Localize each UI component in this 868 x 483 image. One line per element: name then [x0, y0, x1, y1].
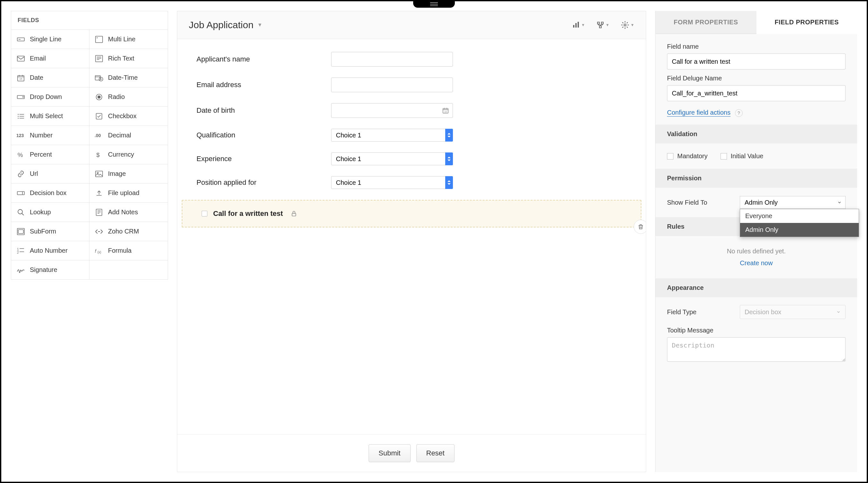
svg-text:$: $ — [96, 151, 100, 158]
create-rule-link[interactable]: Create now — [667, 259, 845, 267]
tab-field-properties[interactable]: FIELD PROPERTIES — [756, 11, 858, 34]
section-appearance: Appearance — [655, 278, 857, 297]
configure-field-actions-link[interactable]: Configure field actions — [667, 109, 731, 117]
image-icon — [95, 170, 103, 178]
field-type-label: Date — [30, 74, 43, 82]
field-type-multi-line[interactable]: Multi Line — [89, 30, 168, 49]
fields-panel: FIELDS Single LineMulti LineEmailRich Te… — [11, 11, 168, 280]
help-icon[interactable]: ? — [735, 109, 743, 117]
applicant-name-input[interactable] — [331, 52, 453, 67]
field-type-lookup[interactable]: Lookup — [11, 203, 89, 222]
delete-field-button[interactable] — [634, 220, 646, 234]
field-type-label: Currency — [108, 151, 134, 158]
field-type-crm[interactable]: Zoho CRM — [89, 222, 168, 241]
field-type-file-upload[interactable]: File upload — [89, 184, 168, 203]
svg-rect-19 — [17, 192, 24, 195]
tab-form-properties[interactable]: FORM PROPERTIES — [655, 11, 756, 34]
caret-down-icon: ▼ — [606, 23, 609, 27]
form-title[interactable]: Job Application ▼ — [189, 20, 262, 30]
field-type-date[interactable]: 15Date — [11, 68, 89, 88]
field-type-decimal[interactable]: .00Decimal — [89, 126, 168, 145]
svg-text:f: f — [95, 249, 97, 254]
field-type-signature[interactable]: Signature — [11, 260, 89, 279]
svg-point-2 — [97, 37, 97, 38]
field-type-number[interactable]: 123Number — [11, 126, 89, 145]
field-type-formula[interactable]: f(x)Formula — [89, 241, 168, 260]
mail-icon — [17, 55, 25, 62]
multi-select-icon — [17, 113, 25, 120]
multi-line-icon — [95, 36, 103, 43]
mandatory-checkbox[interactable] — [667, 153, 674, 160]
field-type-select: Decision box — [740, 305, 845, 319]
qualification-select[interactable] — [331, 129, 453, 141]
svg-rect-31 — [597, 22, 599, 24]
field-type-dropdown[interactable]: Drop Down — [11, 88, 89, 107]
svg-rect-17 — [95, 171, 102, 177]
field-type-notes[interactable]: Add Notes — [89, 203, 168, 222]
dropdown-option-admin-only[interactable]: Admin Only — [740, 223, 859, 237]
svg-rect-3 — [17, 56, 24, 61]
svg-text:2: 2 — [17, 251, 19, 254]
field-type-rich-text[interactable]: Rich Text — [89, 49, 168, 68]
field-type-date-time[interactable]: Date-Time — [89, 68, 168, 88]
settings-icon-button[interactable]: ▼ — [621, 21, 634, 29]
field-type-label: Lookup — [30, 208, 51, 216]
decision-checkbox[interactable] — [202, 211, 207, 217]
decimal-icon: .00 — [95, 132, 103, 139]
submit-button[interactable]: Submit — [369, 444, 410, 462]
field-deluge-name-input[interactable] — [667, 85, 845, 101]
field-type-percent[interactable]: %Percent — [11, 145, 89, 164]
reports-icon-button[interactable]: ▼ — [572, 21, 585, 29]
show-field-to-select[interactable] — [740, 196, 845, 209]
auto-number-icon: 12 — [17, 247, 25, 254]
position-select[interactable] — [331, 176, 453, 189]
initial-value-label: Initial Value — [731, 153, 764, 160]
field-type-subform[interactable]: SubForm — [11, 222, 89, 241]
field-type-single-line[interactable]: Single Line — [11, 30, 89, 49]
svg-text:10: 10 — [444, 110, 447, 113]
field-type-label: Number — [30, 132, 53, 139]
svg-rect-0 — [17, 38, 24, 41]
dropdown-icon — [17, 94, 25, 101]
experience-select[interactable] — [331, 153, 453, 165]
date-time-icon — [95, 74, 103, 82]
workflow-icon-button[interactable]: ▼ — [596, 21, 609, 29]
currency-icon: $ — [95, 151, 103, 158]
field-type-checkbox[interactable]: Checkbox — [89, 107, 168, 126]
reset-button[interactable]: Reset — [416, 444, 455, 462]
field-type-url[interactable]: Url — [11, 164, 89, 184]
section-permission: Permission — [655, 169, 857, 188]
svg-rect-29 — [576, 23, 577, 28]
select-arrow-icon — [445, 153, 453, 165]
field-label-email: Email address — [196, 81, 331, 89]
selected-field-row[interactable]: Call for a written test — [182, 200, 641, 227]
show-field-to-dropdown: Everyone Admin Only — [740, 209, 859, 237]
svg-point-11 — [98, 96, 100, 98]
field-type-auto-number[interactable]: 12Auto Number — [11, 241, 89, 260]
email-input[interactable] — [331, 77, 453, 92]
url-icon — [17, 170, 25, 178]
field-label-experience: Experience — [196, 155, 331, 163]
lock-icon — [291, 211, 297, 217]
field-type-image[interactable]: Image — [89, 164, 168, 184]
field-type-decision[interactable]: Decision box — [11, 184, 89, 203]
field-name-input[interactable] — [667, 54, 845, 69]
date-icon: 15 — [17, 74, 25, 82]
form-title-text: Job Application — [189, 20, 253, 30]
field-label-position: Position applied for — [196, 179, 331, 187]
field-type-radio[interactable]: Radio — [89, 88, 168, 107]
initial-value-checkbox[interactable] — [720, 153, 727, 160]
svg-point-34 — [624, 24, 626, 26]
dropdown-option-everyone[interactable]: Everyone — [740, 209, 859, 223]
lookup-icon — [17, 209, 25, 216]
tooltip-message-input[interactable] — [667, 337, 845, 362]
field-type-currency[interactable]: $Currency — [89, 145, 168, 164]
calendar-icon[interactable]: 10 — [442, 107, 449, 114]
svg-rect-30 — [578, 22, 579, 28]
form-header: Job Application ▼ ▼ ▼ ▼ — [177, 11, 646, 39]
field-type-multi-select[interactable]: Multi Select — [11, 107, 89, 126]
chevron-down-icon — [837, 200, 842, 205]
field-type-mail[interactable]: Email — [11, 49, 89, 68]
dob-input[interactable] — [331, 103, 453, 118]
svg-rect-4 — [95, 56, 102, 62]
